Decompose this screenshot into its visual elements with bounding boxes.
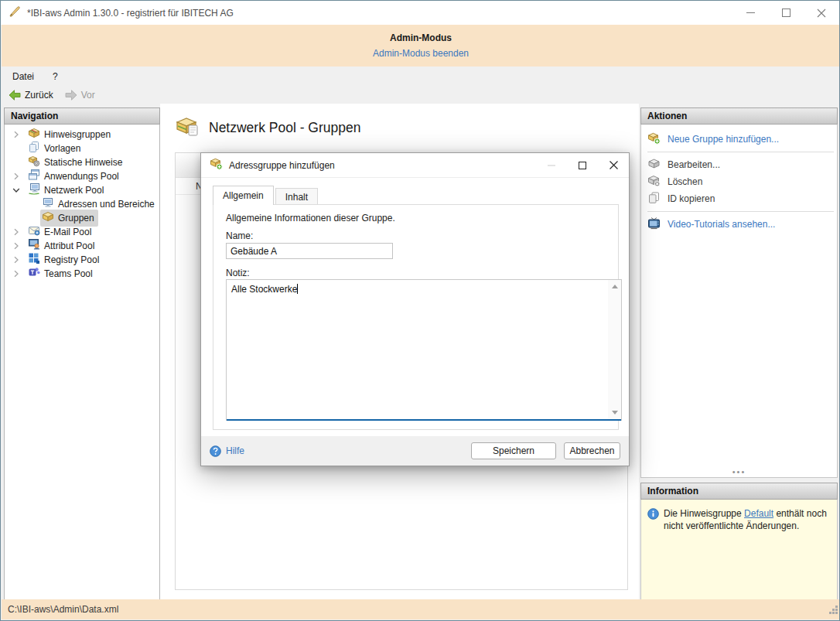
- copy-id-icon: [647, 191, 661, 207]
- text-caret: [297, 284, 298, 294]
- scroll-up-icon[interactable]: [608, 280, 621, 293]
- tree-label: Anwendungs Pool: [44, 171, 119, 182]
- admin-mode-exit-link[interactable]: Admin-Modus beenden: [373, 48, 469, 59]
- tree-label: Attribut Pool: [44, 241, 94, 251]
- actions-separator: [647, 211, 834, 212]
- action-label: ID kopieren: [668, 193, 715, 204]
- minimize-icon: [746, 9, 755, 17]
- network-pool-groups-icon: [175, 114, 200, 141]
- close-button[interactable]: [804, 1, 839, 25]
- dialog-title: Adressgruppe hinzufügen: [229, 160, 335, 171]
- window-controls: [732, 1, 839, 25]
- back-label: Zurück: [25, 90, 53, 101]
- back-arrow-icon: [9, 90, 21, 101]
- information-body: Die Hinweisgruppe Default enthält noch n…: [640, 500, 838, 600]
- note-text: Alle Stockwerke: [231, 284, 604, 295]
- edit-group-icon: [647, 157, 661, 173]
- teams-pool-icon: [28, 266, 40, 281]
- scroll-down-icon[interactable]: [608, 406, 621, 419]
- tree-label: E-Mail Pool: [44, 227, 91, 237]
- chevron-right-icon[interactable]: [12, 131, 26, 138]
- minimize-button[interactable]: [732, 1, 768, 25]
- chevron-right-icon[interactable]: [12, 172, 26, 180]
- app-icon: [9, 5, 21, 21]
- menu-help[interactable]: ?: [45, 68, 66, 85]
- name-label: Name:: [226, 230, 253, 241]
- name-input[interactable]: [226, 243, 393, 259]
- dialog-close-button[interactable]: [598, 153, 629, 178]
- actions-separator: [647, 152, 834, 152]
- actions-list: Neue Gruppe hinzufügen... Bearbeiten... …: [640, 125, 838, 478]
- action-video-tutorials[interactable]: Video-Tutorials ansehen...: [641, 216, 837, 233]
- main-title-row: Netzwerk Pool - Gruppen: [175, 114, 360, 141]
- dialog-controls: [536, 153, 629, 178]
- tree-label: Gruppen: [58, 213, 94, 223]
- chevron-right-icon[interactable]: [12, 228, 26, 236]
- status-file-path: C:\IBI-aws\Admin\Data.xml: [8, 604, 118, 615]
- add-group-dialog-icon: [210, 157, 223, 173]
- help-label: Hilfe: [226, 445, 244, 456]
- help-link[interactable]: Hilfe: [210, 445, 244, 457]
- navigation-panel: Navigation Hinweisgruppen Vorlagen Stati…: [4, 107, 160, 600]
- delete-group-icon: [647, 174, 661, 190]
- action-delete[interactable]: Löschen: [641, 173, 837, 190]
- nav-toolbar: Zurück Vor: [2, 86, 840, 104]
- navigation-tree: Hinweisgruppen Vorlagen Statische Hinwei…: [4, 125, 160, 600]
- note-textarea[interactable]: Alle Stockwerke: [226, 279, 622, 421]
- dialog-tabs: Allgemein Inhalt: [213, 186, 319, 205]
- chevron-down-icon[interactable]: [12, 186, 26, 194]
- chevron-right-icon[interactable]: [12, 270, 26, 278]
- admin-mode-banner: Admin-Modus Admin-Modus beenden: [2, 25, 840, 67]
- page-title: Netzwerk Pool - Gruppen: [209, 120, 360, 136]
- maximize-button[interactable]: [768, 1, 804, 25]
- action-label: Video-Tutorials ansehen...: [668, 219, 775, 230]
- app-window: *IBI-aws Admin 1.30.0 - registriert für …: [0, 0, 840, 621]
- maximize-icon: [579, 162, 586, 169]
- panel-splitter-handle[interactable]: •••: [732, 469, 746, 477]
- group-description-text: Allgemeine Informationen dieser Gruppe.: [226, 213, 395, 223]
- status-bar: C:\IBI-aws\Admin\Data.xml: [2, 599, 840, 619]
- title-bar: *IBI-aws Admin 1.30.0 - registriert für …: [1, 1, 839, 25]
- save-button[interactable]: Speichern: [471, 442, 556, 459]
- action-label: Bearbeiten...: [668, 159, 720, 170]
- resize-grip-icon[interactable]: [828, 604, 838, 618]
- action-copy-id[interactable]: ID kopieren: [641, 190, 837, 207]
- dialog-title-bar: Adressgruppe hinzufügen: [201, 153, 629, 178]
- action-label: Löschen: [668, 176, 702, 187]
- tree-label: Teams Pool: [44, 268, 93, 279]
- chevron-right-icon[interactable]: [12, 242, 26, 250]
- forward-label: Vor: [81, 90, 95, 101]
- help-icon: [210, 445, 221, 457]
- chevron-right-icon[interactable]: [12, 256, 26, 264]
- tree-item-teams-pool[interactable]: Teams Pool: [5, 267, 159, 281]
- tab-panel-allgemein: Allgemeine Informationen dieser Gruppe. …: [213, 204, 619, 430]
- focus-indicator: [227, 419, 621, 421]
- close-icon: [817, 9, 826, 18]
- maximize-icon: [782, 9, 790, 17]
- tab-inhalt[interactable]: Inhalt: [275, 188, 318, 205]
- cancel-button[interactable]: Abbrechen: [564, 442, 620, 459]
- video-tutorials-icon: [647, 217, 661, 233]
- action-label: Neue Gruppe hinzufügen...: [668, 134, 779, 145]
- note-scrollbar[interactable]: [608, 280, 621, 419]
- action-edit[interactable]: Bearbeiten...: [641, 156, 837, 173]
- close-icon: [610, 161, 618, 169]
- tab-allgemein[interactable]: Allgemein: [213, 186, 274, 205]
- tree-label: Vorlagen: [44, 143, 80, 154]
- network-pool-icon: [28, 183, 40, 198]
- dialog-maximize-button[interactable]: [567, 153, 598, 178]
- forward-button[interactable]: Vor: [60, 88, 100, 102]
- tree-label: Adressen und Bereiche: [58, 199, 155, 210]
- note-label: Notiz:: [226, 268, 250, 278]
- tree-label: Netzwerk Pool: [44, 185, 104, 196]
- default-group-link[interactable]: Default: [744, 508, 773, 519]
- dialog-minimize-button[interactable]: [536, 153, 567, 178]
- right-panel: Aktionen Neue Gruppe hinzufügen... Bearb…: [640, 107, 838, 600]
- action-add-group[interactable]: Neue Gruppe hinzufügen...: [641, 131, 837, 148]
- information-header: Information: [640, 483, 838, 500]
- tree-label: Hinweisgruppen: [44, 129, 111, 140]
- back-button[interactable]: Zurück: [4, 88, 58, 102]
- menu-datei[interactable]: Datei: [5, 68, 42, 85]
- forward-arrow-icon: [65, 90, 77, 101]
- admin-mode-title: Admin-Modus: [2, 32, 840, 43]
